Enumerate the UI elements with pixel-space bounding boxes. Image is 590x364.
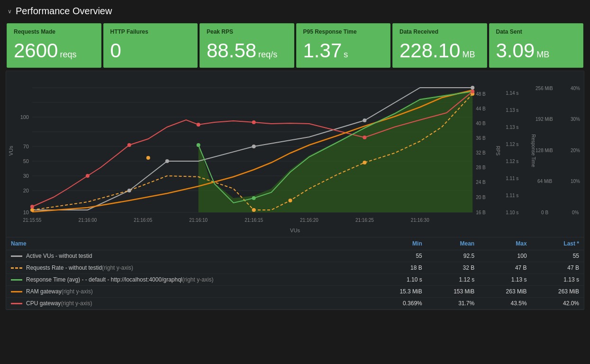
legend-max: 1.13 s <box>479 274 531 286</box>
legend-mean: 92.5 <box>427 250 479 262</box>
svg-point-60 <box>30 208 34 212</box>
metric-label: P95 Response Time <box>303 28 384 35</box>
svg-text:50: 50 <box>23 158 29 164</box>
metric-label: Data Received <box>399 28 480 35</box>
metric-card-1: HTTP Failures 0 <box>103 23 198 68</box>
metric-card-3: P95 Response Time 1.37s <box>296 23 391 68</box>
svg-text:10%: 10% <box>571 179 580 184</box>
chevron-icon: ∨ <box>8 8 12 15</box>
col-max: Max <box>479 237 531 250</box>
svg-text:1.12 s: 1.12 s <box>506 159 518 164</box>
metric-unit: MB <box>536 50 549 59</box>
legend-mean: 32 B <box>427 262 479 274</box>
svg-text:21:16:30: 21:16:30 <box>411 218 429 223</box>
svg-text:48 B: 48 B <box>476 91 486 97</box>
metric-label: HTTP Failures <box>110 28 191 35</box>
svg-text:21:16:15: 21:16:15 <box>245 218 263 223</box>
svg-text:32 B: 32 B <box>476 150 486 155</box>
svg-text:21:16:05: 21:16:05 <box>134 218 152 223</box>
svg-text:256 MiB: 256 MiB <box>536 86 553 91</box>
col-last: Last * <box>532 237 584 250</box>
svg-text:40 B: 40 B <box>476 121 486 126</box>
legend-mean: 31.7% <box>427 298 479 309</box>
svg-point-73 <box>252 120 256 124</box>
svg-text:10: 10 <box>23 209 29 215</box>
legend-name: Requests Rate - without testid (right y-… <box>6 262 372 274</box>
svg-text:21:16:00: 21:16:00 <box>78 218 97 223</box>
metric-unit: MB <box>462 50 475 59</box>
svg-point-72 <box>197 123 200 127</box>
svg-text:64 MiB: 64 MiB <box>537 179 552 184</box>
col-name: Name <box>6 237 372 250</box>
metric-unit: req/s <box>258 50 277 59</box>
svg-text:100: 100 <box>20 114 29 120</box>
svg-text:40%: 40% <box>571 86 580 91</box>
svg-text:1.10 s: 1.10 s <box>506 210 518 215</box>
legend-min: 1.10 s <box>372 274 427 286</box>
svg-text:0 B: 0 B <box>541 210 548 215</box>
legend-last: 1.13 s <box>532 274 584 286</box>
metric-unit: s <box>344 50 348 59</box>
metric-unit: reqs <box>60 50 76 59</box>
legend-name: Response Time (avg) - - default - http:/… <box>6 274 372 286</box>
svg-text:1.12 s: 1.12 s <box>506 142 518 147</box>
svg-point-64 <box>363 161 366 164</box>
svg-point-62 <box>252 208 256 212</box>
svg-text:21:15:55: 21:15:55 <box>23 218 42 223</box>
metric-label: Data Sent <box>496 28 577 35</box>
legend-last: 263 MiB <box>532 286 584 298</box>
svg-text:70: 70 <box>23 144 29 149</box>
svg-text:21:16:10: 21:16:10 <box>189 218 208 223</box>
table-row: Response Time (avg) - - default - http:/… <box>6 274 584 286</box>
metric-value: 228.10MB <box>399 41 480 61</box>
svg-point-57 <box>252 145 256 148</box>
svg-text:0%: 0% <box>572 210 579 215</box>
page-title: Performance Overview <box>16 6 112 17</box>
legend-last: 47 B <box>532 262 584 274</box>
table-row: CPU gateway (right y-axis) 0.369% 31.7% … <box>6 298 584 309</box>
svg-point-63 <box>289 199 292 202</box>
col-min: Min <box>372 237 427 250</box>
legend-last: 55 <box>532 250 584 262</box>
svg-text:1.13 s: 1.13 s <box>506 125 518 130</box>
table-row: RAM gateway (right y-axis) 15.3 MiB 153 … <box>6 286 584 298</box>
metric-card-0: Requests Made 2600reqs <box>7 23 101 68</box>
svg-text:RPS: RPS <box>495 146 500 156</box>
legend-table: Name Min Mean Max Last * Active VUs - wi… <box>6 237 584 309</box>
table-row: Requests Rate - without testid (right y-… <box>6 262 584 274</box>
svg-text:30%: 30% <box>571 117 580 122</box>
svg-text:20%: 20% <box>571 148 580 153</box>
svg-text:1.11 s: 1.11 s <box>506 176 518 181</box>
x-axis-label: VUs <box>6 227 584 235</box>
svg-point-70 <box>86 174 90 178</box>
svg-text:VUs: VUs <box>8 146 14 155</box>
svg-text:28 B: 28 B <box>476 165 486 170</box>
svg-text:20 B: 20 B <box>476 195 486 200</box>
legend-name: RAM gateway (right y-axis) <box>6 286 372 298</box>
metric-card-2: Peak RPS 88.58req/s <box>200 23 294 68</box>
legend-min: 55 <box>372 250 427 262</box>
svg-point-75 <box>471 90 474 93</box>
metric-value: 0 <box>110 41 191 61</box>
svg-point-59 <box>471 86 474 90</box>
metric-label: Peak RPS <box>207 28 287 35</box>
svg-point-61 <box>146 156 150 160</box>
legend-last: 42.0% <box>532 298 584 309</box>
metric-value: 1.37s <box>303 41 384 61</box>
svg-point-66 <box>197 143 200 147</box>
metric-value: 2600reqs <box>14 41 94 61</box>
legend-min: 0.369% <box>372 298 427 309</box>
metric-card-4: Data Received 228.10MB <box>392 23 487 68</box>
performance-chart: 10 20 30 50 70 100 VUs 21:15:55 21:16:00… <box>6 75 584 227</box>
svg-point-74 <box>363 136 366 139</box>
svg-text:1.13 s: 1.13 s <box>506 108 518 113</box>
svg-text:21:16:25: 21:16:25 <box>355 218 374 223</box>
svg-text:30: 30 <box>23 173 29 179</box>
svg-point-58 <box>363 118 366 122</box>
metrics-row: Requests Made 2600reqs HTTP Failures 0 P… <box>0 22 590 69</box>
legend-name: CPU gateway (right y-axis) <box>6 298 372 309</box>
svg-point-56 <box>165 159 169 163</box>
legend-name: Active VUs - without testid <box>6 250 372 262</box>
svg-text:1.14 s: 1.14 s <box>506 91 518 96</box>
svg-text:36 B: 36 B <box>476 136 486 141</box>
